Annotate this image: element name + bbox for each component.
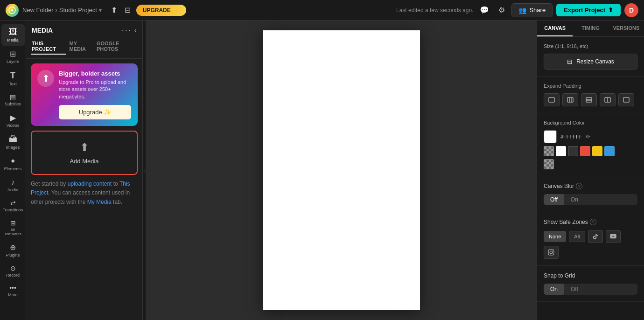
topbar: New Folder › Studio Project ▾ ⬆ ⊟ UPGRAD…: [0, 0, 644, 21]
sidebar-item-images[interactable]: 🏔 Images: [1, 132, 25, 153]
sidebar-item-elements[interactable]: ✦ Elements: [1, 154, 25, 174]
tab-timing[interactable]: TIMING: [573, 21, 608, 36]
media-panel-header: MEDIA ··· ‹: [26, 21, 142, 39]
videos-icon: ▶: [10, 113, 16, 122]
safe-all-button[interactable]: All: [569, 231, 585, 242]
transitions-icon: ⇄: [10, 199, 16, 207]
svg-point-13: [553, 250, 553, 251]
swatch-white[interactable]: [556, 146, 566, 156]
canvas-frame[interactable]: [263, 30, 420, 310]
my-media-link[interactable]: My Media: [87, 199, 112, 205]
safe-zones-help-icon[interactable]: ?: [590, 219, 596, 225]
swatch-custom[interactable]: [544, 159, 554, 169]
safe-zones-title-row: Show Safe Zones ?: [544, 219, 637, 225]
swatch-transparent[interactable]: [544, 146, 554, 156]
tab-this-project[interactable]: THIS PROJECT: [31, 39, 66, 55]
upload-link[interactable]: uploading content: [68, 181, 112, 187]
add-media-button[interactable]: ⬆ Add Media: [31, 131, 138, 175]
images-icon: 🏔: [9, 134, 17, 144]
tab-canvas[interactable]: CANVAS: [537, 21, 573, 36]
media-panel-collapse-button[interactable]: ‹: [134, 26, 137, 35]
upgrade-button[interactable]: UPGRADE ⚡: [136, 5, 186, 16]
breadcrumb-separator: ›: [55, 7, 57, 14]
swatch-blue[interactable]: [604, 146, 615, 156]
sidebar-item-audio[interactable]: ♪ Audio: [1, 175, 25, 195]
user-avatar[interactable]: D: [624, 3, 638, 17]
svg-rect-10: [623, 97, 629, 102]
upgrade-card-button[interactable]: Upgrade ✨: [59, 105, 131, 119]
audio-icon: ♪: [11, 178, 15, 187]
snap-on-button[interactable]: On: [544, 284, 564, 295]
sidebar-item-layers[interactable]: ⊞ Layers: [1, 47, 25, 67]
sidebar-item-plugins[interactable]: ⊕ Plugins: [1, 240, 25, 261]
sidebar-label-more: More: [8, 293, 18, 298]
background-color-section: Background Color #FFFFFF ✏: [537, 113, 644, 176]
sidebar-item-videos[interactable]: ▶ Videos: [1, 111, 25, 131]
edit-color-icon[interactable]: ✏: [586, 133, 590, 140]
padding-center-button[interactable]: [600, 93, 616, 106]
sidebar-label-plugins: Plugins: [6, 253, 20, 258]
canvas-blur-on-button[interactable]: On: [564, 194, 585, 205]
project-dropdown-icon[interactable]: ▾: [99, 7, 102, 14]
padding-right-button[interactable]: [618, 93, 634, 106]
main-content: 🖼 Media ⊞ Layers T Text ▤ Subtitles ▶ Vi…: [0, 21, 644, 320]
safe-none-button[interactable]: None: [544, 231, 566, 242]
app-logo[interactable]: [6, 4, 19, 17]
tab-versions[interactable]: VERSIONS: [609, 21, 644, 36]
canvas-blur-off-button[interactable]: Off: [544, 194, 564, 205]
sidebar-item-subtitles[interactable]: ▤ Subtitles: [1, 90, 25, 110]
add-media-icon: ⬆: [80, 141, 89, 154]
safe-instagram-button[interactable]: [544, 246, 559, 259]
subtitles-icon: ▤: [10, 93, 16, 101]
safe-youtube-button[interactable]: [606, 230, 621, 243]
project-name[interactable]: Studio Project ▾: [59, 7, 102, 14]
padding-top-bottom-button[interactable]: [562, 93, 578, 106]
snap-to-grid-toggle: On Off: [544, 284, 637, 295]
right-panel: CANVAS TIMING VERSIONS Size (1:1, 9:16, …: [537, 21, 644, 320]
bg-color-swatch[interactable]: [544, 130, 557, 143]
sidebar-label-templates: 88 Templates: [3, 228, 23, 237]
sidebar-label-elements: Elements: [4, 167, 22, 172]
resize-canvas-button[interactable]: ⊟ Resize Canvas: [544, 54, 637, 70]
save-status: Last edited a few seconds ago.: [396, 7, 473, 14]
bg-color-label: Background Color: [544, 120, 637, 125]
history-button[interactable]: ⊟: [123, 4, 133, 16]
settings-button[interactable]: ⚙: [496, 3, 508, 17]
sidebar-item-transitions[interactable]: ⇄ Transitions: [1, 196, 25, 216]
expand-padding-label: Expand Padding: [544, 83, 637, 89]
padding-left-right-button[interactable]: [581, 93, 597, 106]
tab-google-photos[interactable]: GOOGLE PHOTOS: [96, 39, 138, 55]
safe-zones-section: Show Safe Zones ? None All: [537, 212, 644, 266]
media-panel-more-button[interactable]: ···: [122, 25, 132, 35]
bg-hex-value: #FFFFFF: [560, 134, 582, 139]
tab-my-media[interactable]: MY MEDIA: [69, 39, 93, 55]
upload-button[interactable]: ⬆: [109, 4, 119, 16]
swatch-red[interactable]: [580, 146, 590, 156]
swatch-dark[interactable]: [568, 146, 578, 156]
sidebar-label-images: Images: [6, 146, 20, 150]
svg-rect-1: [549, 97, 554, 102]
folder-name[interactable]: New Folder: [22, 7, 53, 14]
upgrade-icon: ⚡: [173, 7, 180, 14]
canvas-blur-help-icon[interactable]: ?: [576, 183, 582, 189]
sidebar-item-record[interactable]: ⊙ Record: [1, 262, 25, 281]
sidebar-item-text[interactable]: T Text: [1, 68, 25, 90]
padding-all-button[interactable]: [544, 93, 560, 106]
snap-off-button[interactable]: Off: [564, 284, 585, 295]
share-button[interactable]: 👥 Share: [511, 3, 553, 17]
swatch-yellow[interactable]: [592, 146, 602, 156]
sidebar-label-text: Text: [9, 82, 17, 87]
upgrade-card-content: Bigger, bolder assets Upgrade to Pro to …: [59, 70, 131, 119]
upgrade-card-description: Upgrade to Pro to upload and store asset…: [59, 79, 131, 100]
comments-button[interactable]: 💬: [477, 3, 492, 17]
sidebar-item-more[interactable]: ••• More: [1, 281, 25, 300]
bg-color-row: #FFFFFF ✏: [544, 130, 637, 143]
safe-tiktok-button[interactable]: [588, 230, 603, 243]
sidebar-label-media: Media: [7, 38, 19, 43]
help-text-1: Get started by: [31, 181, 68, 187]
export-icon: ⬆: [608, 7, 613, 14]
export-button[interactable]: Export Project ⬆: [556, 4, 621, 16]
sidebar-item-templates[interactable]: ⊞ 88 Templates: [1, 216, 25, 239]
sidebar-item-media[interactable]: 🖼 Media: [1, 24, 25, 46]
icon-sidebar: 🖼 Media ⊞ Layers T Text ▤ Subtitles ▶ Vi…: [0, 21, 26, 320]
